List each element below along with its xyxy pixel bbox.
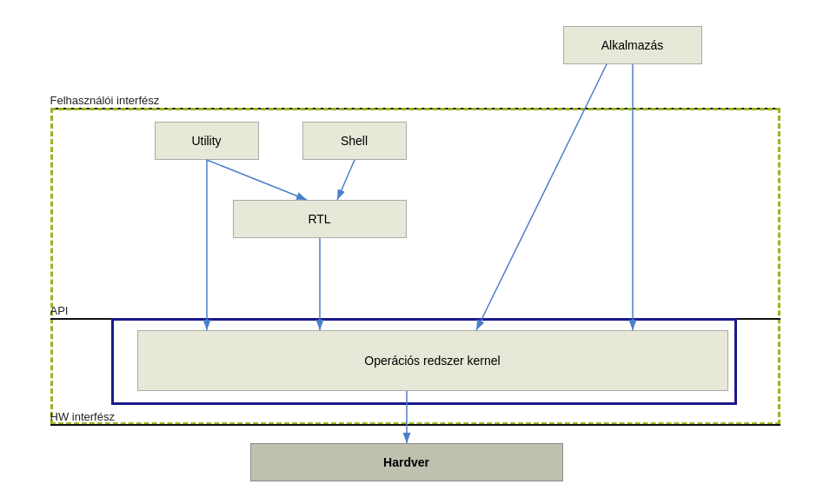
shell-box: Shell (302, 122, 407, 160)
kernel-box: Operációs redszer kernel (137, 330, 728, 391)
rtl-box: RTL (233, 200, 407, 238)
felhasznaloi-label: Felhasználói interfész (50, 94, 160, 107)
utility-label: Utility (191, 134, 221, 148)
utility-box: Utility (155, 122, 259, 160)
alkalmazas-box: Alkalmazás (563, 26, 702, 64)
diagram: Felhasználói interfész API HW interfész … (42, 17, 789, 487)
hardver-box: Hardver (250, 443, 563, 481)
shell-label: Shell (341, 134, 368, 148)
kernel-label: Operációs redszer kernel (364, 354, 500, 368)
api-label: API (50, 304, 69, 317)
hw-line (50, 424, 780, 426)
alkalmazas-label: Alkalmazás (601, 38, 664, 52)
rtl-label: RTL (308, 212, 330, 226)
hardver-label: Hardver (383, 455, 429, 469)
hw-label: HW interfész (50, 410, 115, 423)
